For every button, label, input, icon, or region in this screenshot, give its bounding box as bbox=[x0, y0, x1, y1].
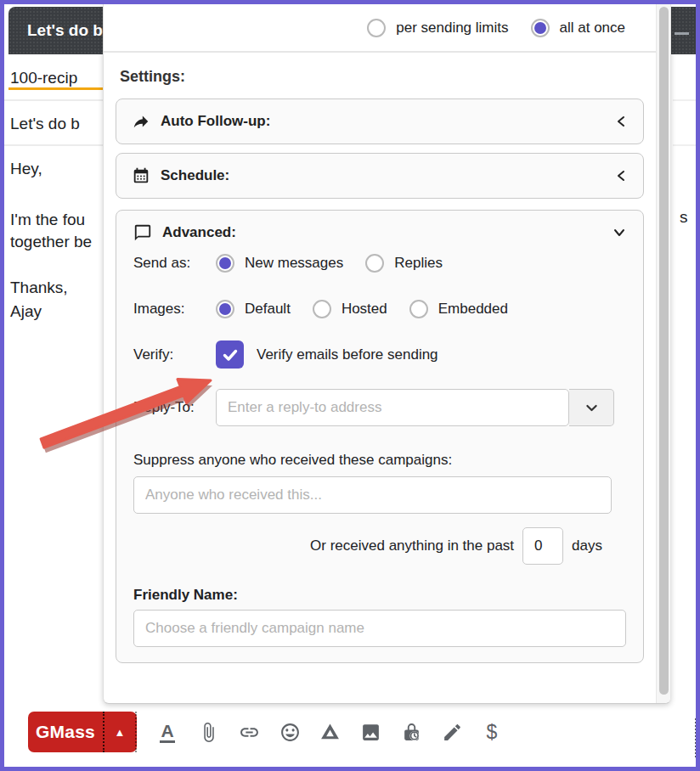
insert-payment-icon[interactable]: $ bbox=[478, 718, 505, 746]
chevron-left-icon bbox=[614, 169, 628, 183]
gmass-settings-modal: per sending limits all at once Settings:… bbox=[103, 4, 671, 704]
compose-divider bbox=[4, 144, 104, 146]
gmass-button-label: GMass bbox=[28, 712, 103, 752]
compose-body-line: Hey, bbox=[10, 160, 42, 178]
compose-toolbar: GMass ▲ A bbox=[4, 707, 696, 767]
radio-per-sending-limits[interactable]: per sending limits bbox=[367, 19, 508, 37]
compose-divider bbox=[673, 144, 696, 146]
forward-arrow-icon bbox=[132, 112, 150, 131]
radio-icon[interactable] bbox=[313, 300, 331, 318]
suppress-campaigns-input[interactable] bbox=[133, 476, 612, 514]
radio-icon-selected[interactable] bbox=[531, 19, 550, 37]
send-mode-options: per sending limits all at once bbox=[104, 4, 656, 53]
minimize-icon[interactable] bbox=[675, 32, 689, 35]
reply-to-input[interactable] bbox=[216, 389, 569, 426]
radio-icon-selected[interactable] bbox=[216, 254, 234, 273]
past-days-input[interactable] bbox=[522, 527, 563, 565]
modal-scrollbar[interactable] bbox=[656, 4, 670, 703]
suppress-label: Suppress anyone who received these campa… bbox=[133, 452, 626, 469]
radio-icon[interactable] bbox=[365, 254, 384, 273]
scrollbar-thumb[interactable] bbox=[659, 7, 669, 695]
radio-icon[interactable] bbox=[409, 300, 428, 318]
formatting-options-icon[interactable]: A bbox=[154, 718, 181, 746]
compose-divider bbox=[4, 99, 104, 101]
compose-recipient[interactable]: 100-recip bbox=[10, 69, 77, 87]
section-advanced: Advanced: Send as: New messages Replies bbox=[116, 210, 644, 663]
google-drive-icon[interactable] bbox=[316, 718, 343, 746]
insert-emoji-icon[interactable] bbox=[276, 718, 303, 746]
reply-to-dropdown-button[interactable] bbox=[569, 389, 614, 426]
section-schedule[interactable]: Schedule: bbox=[116, 153, 644, 199]
send-as-row: Send as: New messages Replies bbox=[133, 254, 626, 273]
compose-body-fragment: s bbox=[680, 208, 688, 227]
confidential-mode-icon[interactable] bbox=[398, 718, 425, 746]
attach-files-icon[interactable] bbox=[195, 718, 222, 746]
radio-images-embedded[interactable]: Embedded bbox=[409, 300, 508, 318]
insert-signature-icon[interactable] bbox=[438, 718, 466, 746]
chevron-down-icon bbox=[584, 401, 599, 415]
modal-content: per sending limits all at once Settings:… bbox=[104, 4, 656, 703]
radio-icon-selected[interactable] bbox=[216, 300, 234, 318]
gmass-dropdown-arrow-icon[interactable]: ▲ bbox=[103, 712, 137, 752]
verify-checkbox[interactable] bbox=[216, 340, 244, 369]
radio-new-messages[interactable]: New messages bbox=[216, 254, 343, 273]
images-row: Images: Default Hosted Embedded bbox=[133, 300, 626, 318]
radio-replies[interactable]: Replies bbox=[365, 254, 443, 273]
verify-row: Verify: Verify emails before sending bbox=[133, 340, 626, 369]
calendar-icon bbox=[132, 166, 150, 185]
friendly-name-input[interactable] bbox=[133, 610, 626, 647]
screenshot-frame: Let's do b 100-recip Let's do b Hey, I'm… bbox=[0, 0, 700, 771]
compose-body-line: together be bbox=[10, 233, 92, 251]
insert-photo-icon[interactable] bbox=[357, 718, 384, 746]
speech-bubble-icon bbox=[133, 223, 152, 242]
compose-body-line: I'm the fou bbox=[10, 211, 85, 229]
compose-body-line: Ajay bbox=[10, 302, 42, 321]
insert-link-icon[interactable] bbox=[235, 718, 262, 746]
settings-heading: Settings: bbox=[120, 68, 656, 86]
section-auto-follow-up[interactable]: Auto Follow-up: bbox=[116, 98, 644, 144]
gmass-send-button[interactable]: GMass ▲ bbox=[28, 712, 137, 752]
radio-all-at-once[interactable]: all at once bbox=[531, 19, 626, 37]
compose-subject[interactable]: Let's do b bbox=[10, 115, 80, 133]
reply-to-row: Reply-To: bbox=[133, 389, 626, 426]
compose-body-line: Thanks, bbox=[10, 279, 68, 297]
radio-images-default[interactable]: Default bbox=[216, 300, 291, 318]
chevron-left-icon bbox=[614, 115, 628, 128]
checkmark-icon bbox=[222, 346, 239, 363]
advanced-section-header[interactable]: Advanced: bbox=[133, 223, 626, 242]
radio-icon[interactable] bbox=[367, 19, 386, 37]
compose-window-title: Let's do b bbox=[27, 21, 103, 40]
radio-images-hosted[interactable]: Hosted bbox=[313, 300, 387, 318]
dotted-focus-fragment bbox=[695, 718, 698, 757]
friendly-name-label: Friendly Name: bbox=[133, 587, 626, 604]
recipient-underline bbox=[8, 87, 104, 90]
chevron-down-icon bbox=[612, 226, 626, 239]
compose-divider bbox=[673, 99, 696, 101]
past-days-row: Or received anything in the past days bbox=[133, 527, 626, 565]
